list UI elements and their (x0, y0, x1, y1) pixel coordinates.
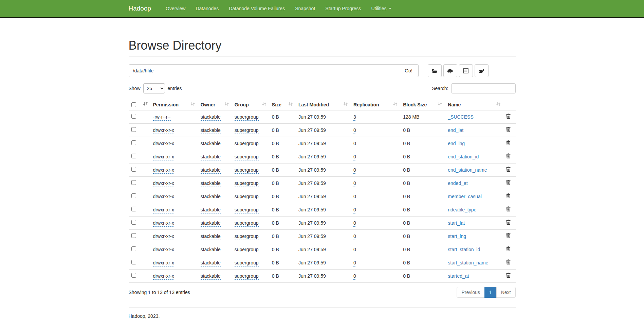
trash-icon[interactable] (506, 127, 511, 134)
group-value[interactable]: supergroup (235, 234, 259, 240)
owner-value[interactable]: stackable (201, 141, 221, 147)
page-size-select[interactable]: 25 (143, 83, 165, 93)
group-value[interactable]: supergroup (235, 114, 259, 121)
sort-icon[interactable] (438, 102, 442, 107)
pagination-page-1[interactable]: 1 (484, 287, 497, 298)
file-name-link[interactable]: ended_at (448, 180, 467, 186)
replication-value[interactable]: 0 (353, 194, 356, 200)
row-checkbox[interactable] (131, 220, 136, 225)
owner-value[interactable]: stackable (201, 154, 221, 160)
row-checkbox[interactable] (131, 167, 136, 172)
replication-value[interactable]: 0 (353, 234, 356, 240)
nav-item-datanode-volume-failures[interactable]: Datanode Volume Failures (224, 0, 290, 17)
column-header-name[interactable]: Name (445, 99, 503, 110)
owner-value[interactable]: stackable (201, 260, 221, 266)
file-name-link[interactable]: started_at (448, 273, 469, 279)
column-header-select[interactable] (129, 99, 150, 110)
owner-value[interactable]: stackable (201, 180, 221, 187)
group-value[interactable]: supergroup (235, 220, 259, 227)
pagination-previous[interactable]: Previous (457, 287, 484, 298)
nav-item-utilities[interactable]: Utilities (366, 0, 396, 17)
permission-value[interactable]: drwxr-xr-x (153, 273, 174, 280)
file-name-link[interactable]: end_station_id (448, 154, 479, 159)
trash-icon[interactable] (506, 259, 511, 266)
owner-value[interactable]: stackable (201, 234, 221, 240)
permission-value[interactable]: drwxr-xr-x (153, 127, 174, 134)
permission-value[interactable]: drwxr-xr-x (153, 247, 174, 253)
replication-value[interactable]: 0 (353, 141, 356, 147)
file-name-link[interactable]: end_lng (448, 141, 465, 146)
column-header-replication[interactable]: Replication (351, 99, 400, 110)
trash-icon[interactable] (506, 114, 511, 120)
file-name-link[interactable]: rideable_type (448, 207, 476, 212)
row-checkbox[interactable] (131, 114, 136, 119)
file-name-link[interactable]: member_casual (448, 194, 482, 199)
permission-value[interactable]: drwxr-xr-x (153, 194, 174, 200)
permission-value[interactable]: drwxr-xr-x (153, 220, 174, 227)
upload-file-button[interactable] (443, 64, 457, 77)
file-name-link[interactable]: end_station_name (448, 167, 487, 173)
column-header-size[interactable]: Size (269, 99, 296, 110)
file-name-link[interactable]: start_lat (448, 220, 465, 226)
permission-value[interactable]: drwxr-xr-x (153, 167, 174, 174)
sort-icon[interactable] (496, 102, 501, 107)
owner-value[interactable]: stackable (201, 167, 221, 174)
sort-icon[interactable] (224, 102, 229, 107)
replication-value[interactable]: 0 (353, 167, 356, 174)
group-value[interactable]: supergroup (235, 260, 259, 266)
trash-icon[interactable] (506, 233, 511, 240)
trash-icon[interactable] (506, 206, 511, 213)
replication-value[interactable]: 0 (353, 273, 356, 280)
trash-icon[interactable] (506, 180, 511, 187)
brand-link[interactable]: Hadoop (129, 5, 155, 12)
open-folder-button[interactable] (428, 64, 442, 77)
permission-value[interactable]: drwxr-xr-x (153, 180, 174, 187)
trash-icon[interactable] (506, 193, 511, 200)
permission-value[interactable]: drwxr-xr-x (153, 154, 174, 160)
file-name-link[interactable]: start_lng (448, 234, 466, 239)
sort-icon[interactable] (190, 102, 195, 107)
row-checkbox[interactable] (131, 233, 136, 238)
owner-value[interactable]: stackable (201, 247, 221, 253)
list-view-button[interactable] (459, 64, 473, 77)
permission-value[interactable]: drwxr-xr-x (153, 141, 174, 147)
permission-value[interactable]: -rw-r--r-- (153, 114, 171, 121)
row-checkbox[interactable] (131, 154, 136, 158)
replication-value[interactable]: 3 (353, 114, 356, 121)
row-checkbox[interactable] (131, 246, 136, 251)
replication-value[interactable]: 0 (353, 247, 356, 253)
group-value[interactable]: supergroup (235, 154, 259, 160)
select-all-checkbox[interactable] (131, 102, 136, 107)
sort-icon[interactable] (343, 102, 348, 107)
owner-value[interactable]: stackable (201, 273, 221, 280)
replication-value[interactable]: 0 (353, 154, 356, 160)
column-header-block-size[interactable]: Block Size (400, 99, 445, 110)
group-value[interactable]: supergroup (235, 180, 259, 187)
group-value[interactable]: supergroup (235, 247, 259, 253)
pagination-next[interactable]: Next (496, 287, 516, 298)
replication-value[interactable]: 0 (353, 220, 356, 227)
file-name-link[interactable]: start_station_id (448, 247, 480, 252)
go-button[interactable]: Go! (399, 64, 419, 77)
group-value[interactable]: supergroup (235, 273, 259, 280)
column-header-owner[interactable]: Owner (198, 99, 232, 110)
row-checkbox[interactable] (131, 127, 136, 132)
nav-item-overview[interactable]: Overview (161, 0, 190, 17)
group-value[interactable]: supergroup (235, 167, 259, 174)
column-header-group[interactable]: Group (232, 99, 269, 110)
permission-value[interactable]: drwxr-xr-x (153, 260, 174, 266)
replication-value[interactable]: 0 (353, 207, 356, 213)
row-checkbox[interactable] (131, 260, 136, 264)
row-checkbox[interactable] (131, 180, 136, 185)
sort-icon[interactable] (288, 102, 293, 107)
group-value[interactable]: supergroup (235, 127, 259, 134)
sort-asc-active-icon[interactable] (143, 102, 148, 107)
owner-value[interactable]: stackable (201, 220, 221, 227)
trash-icon[interactable] (506, 153, 511, 160)
owner-value[interactable]: stackable (201, 194, 221, 200)
group-value[interactable]: supergroup (235, 141, 259, 147)
replication-value[interactable]: 0 (353, 260, 356, 266)
owner-value[interactable]: stackable (201, 127, 221, 134)
nav-item-datanodes[interactable]: Datanodes (190, 0, 224, 17)
trash-icon[interactable] (506, 140, 511, 147)
